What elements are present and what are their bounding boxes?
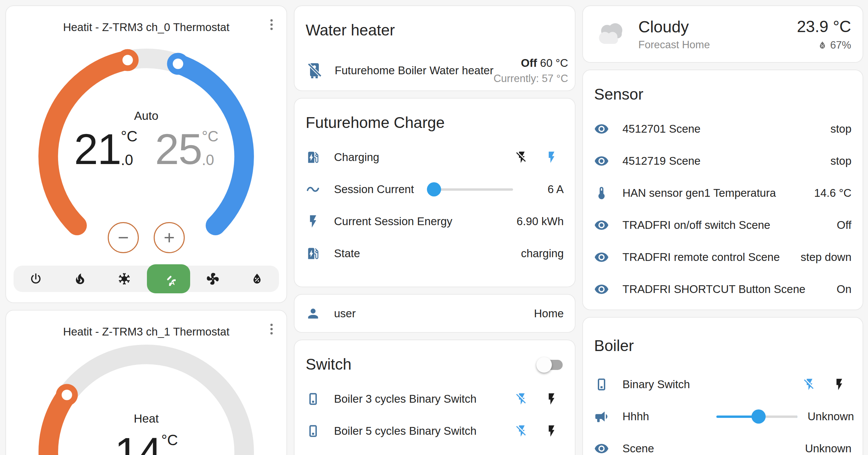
ev-station-icon xyxy=(306,150,321,165)
setpoint-stepper: − + xyxy=(6,222,286,253)
entity-row-tradfri-remote[interactable]: TRADFRI remote control Scene step down xyxy=(583,241,863,273)
column-middle: Water heater Futurehome Boiler Water hea… xyxy=(294,5,576,455)
hvac-mode-label: Heat xyxy=(6,412,286,425)
flash-icon[interactable] xyxy=(545,392,558,406)
entity-state: Unknown xyxy=(805,442,851,455)
flash-icon[interactable] xyxy=(545,151,558,164)
hhhh-slider[interactable] xyxy=(716,410,797,423)
fire-icon xyxy=(73,272,87,286)
weather-humidity-row: 67% xyxy=(797,39,851,51)
toggle-knob[interactable] xyxy=(536,357,552,373)
decrease-temp-button[interactable]: − xyxy=(108,222,139,253)
fan-icon xyxy=(206,272,220,286)
column-right: Cloudy Forecast Home 23.9 °C 67% Sensor … xyxy=(582,5,863,455)
eye-icon xyxy=(594,250,609,265)
setpoint-value: 14 xyxy=(114,431,161,455)
card-title: Futurehome Charge xyxy=(295,99,575,132)
mode-button-auto[interactable] xyxy=(146,266,190,292)
low-setpoint-frac: .0 xyxy=(121,153,137,167)
mode-button-fan[interactable] xyxy=(190,266,235,292)
flash-off-icon[interactable] xyxy=(515,424,529,438)
entity-row-session-current[interactable]: Session Current 6 A xyxy=(295,173,575,205)
entity-name: Current Session Energy xyxy=(334,215,517,228)
session-current-slider[interactable] xyxy=(427,183,513,196)
entity-state: stop xyxy=(811,155,851,167)
power-icon xyxy=(29,272,43,286)
weather-readings: 23.9 °C 67% xyxy=(797,17,851,51)
entity-row-scene[interactable]: Scene Unknown xyxy=(583,432,863,455)
mode-button-heat[interactable] xyxy=(58,266,102,292)
mode-button-cool[interactable] xyxy=(102,266,146,292)
flash-off-icon[interactable] xyxy=(515,151,529,164)
dashboard: Heatit - Z-TRM3 ch_0 Thermostat Auto 21 … xyxy=(0,0,868,455)
entity-state: Home xyxy=(523,307,564,320)
slider-handle[interactable] xyxy=(427,182,441,196)
entity-state: stop xyxy=(811,123,851,135)
thermostat-ch0-card: Heatit - Z-TRM3 ch_0 Thermostat Auto 21 … xyxy=(5,5,287,303)
entity-row-han-temperature[interactable]: HAN sensor gen1 Temperatura 14.6 °C xyxy=(583,177,863,209)
entity-name: user xyxy=(334,307,523,320)
entity-row-water-heater[interactable]: Futurehome Boiler Water heater Off 60 °C… xyxy=(295,49,575,91)
water-boiler-off-icon xyxy=(306,62,323,79)
entity-name: TRADFRI SHORTCUT Button Scene xyxy=(622,283,811,296)
heat-setpoint-handle[interactable] xyxy=(59,387,75,403)
setpoint-unit: °C xyxy=(161,433,178,448)
weather-subtitle: Forecast Home xyxy=(638,39,710,51)
setpoint-temps: 21 °C.0 25 °C.0 xyxy=(6,128,286,171)
entity-row-binary-switch[interactable]: Binary Switch xyxy=(583,368,863,400)
entity-row-session-energy[interactable]: Current Session Energy 6.90 kWh xyxy=(295,205,575,237)
boiler-card: Boiler Binary Switch Hhhh Unknown xyxy=(582,317,863,455)
flash-icon xyxy=(306,214,321,229)
entity-name: Binary Switch xyxy=(622,378,803,391)
high-setpoint-value: 25 xyxy=(155,128,202,171)
weather-card[interactable]: Cloudy Forecast Home 23.9 °C 67% xyxy=(582,5,863,63)
entity-name: TRADFRI remote control Scene xyxy=(622,251,801,264)
switch-toggle[interactable] xyxy=(538,360,563,370)
mode-button-off[interactable] xyxy=(14,266,58,292)
setpoint: 14 °C xyxy=(114,431,178,455)
flash-off-icon[interactable] xyxy=(803,378,816,391)
entity-row-hhhh[interactable]: Hhhh Unknown xyxy=(583,400,863,432)
binary-switch-icon xyxy=(306,424,321,438)
entity-name: Scene xyxy=(622,442,805,455)
entity-row-boiler5[interactable]: Boiler 5 cycles Binary Switch xyxy=(295,415,575,447)
mode-button-dry[interactable] xyxy=(235,266,279,292)
entity-name: HAN sensor gen1 Temperatura xyxy=(622,187,811,199)
entity-name: Hhhh xyxy=(622,410,716,423)
entity-state: Unknown xyxy=(808,410,863,423)
entity-state: charging xyxy=(521,247,564,260)
current-temp: Currently: 57 °C xyxy=(493,73,568,84)
binary-switch-icon xyxy=(306,392,321,406)
flash-icon[interactable] xyxy=(833,378,846,391)
hvac-mode-bar xyxy=(14,266,279,292)
entity-row-scene-4512701[interactable]: 4512701 Scene stop xyxy=(583,113,863,145)
entity-name: 4512719 Scene xyxy=(622,155,811,167)
flash-icon[interactable] xyxy=(545,424,558,438)
entity-row-boiler3[interactable]: Boiler 3 cycles Binary Switch xyxy=(295,383,575,415)
heat-setpoint-handle[interactable] xyxy=(120,52,136,68)
entity-row-state[interactable]: State charging xyxy=(295,237,575,269)
thermometer-icon xyxy=(594,186,609,200)
water-percent-icon xyxy=(250,272,264,286)
entity-row-user[interactable]: user Home xyxy=(295,295,575,332)
weather-text: Cloudy Forecast Home xyxy=(638,18,710,51)
entity-row-charging[interactable]: Charging xyxy=(295,141,575,173)
eye-icon xyxy=(594,218,609,233)
entity-row-tradfri-onoff[interactable]: TRADFRI on/off switch Scene Off xyxy=(583,209,863,241)
thermostat-ch1-card: Heatit - Z-TRM3 ch_1 Thermostat Heat 14 … xyxy=(5,310,287,455)
slider-handle[interactable] xyxy=(751,409,766,424)
entity-name: Boiler 3 cycles Binary Switch xyxy=(334,393,515,405)
entity-row-tradfri-shortcut[interactable]: TRADFRI SHORTCUT Button Scene On xyxy=(583,273,863,305)
humidity-icon xyxy=(817,40,827,50)
current-ac-icon xyxy=(306,182,321,197)
entity-state: step down xyxy=(801,251,851,264)
entity-state: 6 A xyxy=(513,183,564,196)
entity-state: 6.90 kWh xyxy=(517,215,564,228)
entity-row-scene-4512719[interactable]: 4512719 Scene stop xyxy=(583,145,863,177)
low-setpoint-unit: °C xyxy=(121,129,137,144)
account-icon xyxy=(306,306,321,321)
flash-off-icon[interactable] xyxy=(515,392,529,406)
entity-name: Futurehome Boiler Water heater xyxy=(335,64,493,77)
cool-setpoint-handle[interactable] xyxy=(170,56,186,72)
increase-temp-button[interactable]: + xyxy=(154,222,185,253)
